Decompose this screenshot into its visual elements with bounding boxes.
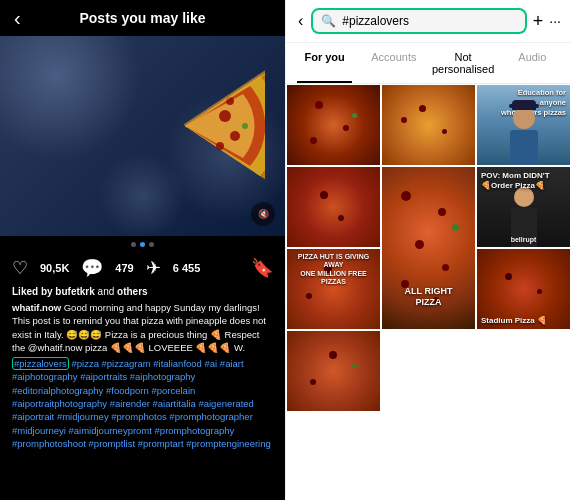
tab-for-you[interactable]: For you [290, 43, 359, 83]
svg-point-2 [216, 142, 224, 150]
tabs-row: For you Accounts Not personalised Audio [286, 43, 571, 84]
carousel-dot-active [140, 242, 145, 247]
back-button[interactable]: ‹ [14, 7, 21, 30]
grid-item[interactable]: Stadium Pizza 🍕 [477, 249, 570, 329]
mute-icon: 🔇 [258, 209, 269, 219]
comment-button[interactable]: 💬 [81, 257, 103, 279]
tab-audio-label: Audio [518, 51, 546, 63]
tab-not-personalised-label: Not personalised [432, 51, 494, 75]
shares-count: 6 455 [173, 262, 201, 274]
liked-by-others: others [117, 286, 148, 297]
pizza-image [105, 46, 265, 206]
search-bar[interactable]: 🔍 #pizzalovers [311, 8, 526, 34]
pov-logo: bellrupt [481, 236, 566, 243]
post-image: 🔇 [0, 36, 285, 236]
more-options-button[interactable]: ··· [549, 13, 561, 29]
results-grid: Education for anyonewho orders pizzas [286, 84, 571, 500]
likes-count: 90,5K [40, 262, 69, 274]
post-caption: Liked by bufetkrk and others whatif.now … [0, 283, 285, 452]
left-header: ‹ Posts you may like [0, 0, 285, 36]
add-button[interactable]: + [533, 11, 544, 32]
grid-item[interactable] [287, 85, 380, 165]
grid-item[interactable]: POV: Mom DIDN'T🍕Order Pizza🍕 bellrupt [477, 167, 570, 247]
grid-item[interactable] [287, 331, 380, 411]
right-back-button[interactable]: ‹ [296, 10, 305, 32]
post-actions: ♡ 90,5K 💬 479 ✈ 6 455 🔖 [0, 253, 285, 283]
tab-for-you-label: For you [304, 51, 344, 63]
grid-item[interactable]: PIZZA HUT IS GIVING AWAYONE MILLION FREE… [287, 249, 380, 329]
svg-point-0 [219, 110, 231, 122]
like-button[interactable]: ♡ [12, 257, 28, 279]
svg-point-4 [242, 123, 248, 129]
search-query: #pizzalovers [342, 14, 409, 28]
right-header: ‹ 🔍 #pizzalovers + ··· [286, 0, 571, 43]
liked-by-username[interactable]: bufetkrk [55, 286, 94, 297]
pov-text: POV: Mom DIDN'T🍕Order Pizza🍕 [481, 171, 566, 190]
grid-item-caption: Stadium Pizza 🍕 [477, 313, 570, 329]
caption-body: whatif.now Good morning and happy Sunday… [12, 301, 273, 354]
left-panel: ‹ Posts you may like [0, 0, 285, 500]
grid-item[interactable]: ALL RIGHTPIZZA [382, 167, 475, 329]
search-icon: 🔍 [321, 14, 336, 28]
tab-not-personalised[interactable]: Not personalised [429, 43, 498, 83]
mute-button[interactable]: 🔇 [251, 202, 275, 226]
pov-overlay: POV: Mom DIDN'T🍕Order Pizza🍕 bellrupt [477, 167, 570, 247]
right-panel: ‹ 🔍 #pizzalovers + ··· For you Accounts … [285, 0, 571, 500]
page-title: Posts you may like [79, 10, 205, 26]
tab-accounts-label: Accounts [371, 51, 416, 63]
bookmark-button[interactable]: 🔖 [251, 257, 273, 279]
post-username[interactable]: whatif.now [12, 302, 61, 313]
grid-item[interactable] [382, 85, 475, 165]
tab-audio[interactable]: Audio [498, 43, 567, 83]
highlighted-hashtag[interactable]: #pizzalovers [12, 357, 69, 370]
tab-accounts[interactable]: Accounts [359, 43, 428, 83]
hashtags-text: #pizza #pizzagram #italianfood #ai #aiar… [12, 358, 271, 449]
carousel-dot [131, 242, 136, 247]
share-button[interactable]: ✈ [146, 257, 161, 279]
grid-item[interactable] [287, 167, 380, 247]
grid-item[interactable]: Education for anyonewho orders pizzas [477, 85, 570, 165]
carousel-dots [0, 236, 285, 253]
comments-count: 479 [115, 262, 133, 274]
svg-point-1 [230, 131, 240, 141]
hashtags-block: #pizzalovers #pizza #pizzagram #italianf… [12, 357, 273, 450]
liked-by-text: Liked by [12, 286, 55, 297]
carousel-dot [149, 242, 154, 247]
